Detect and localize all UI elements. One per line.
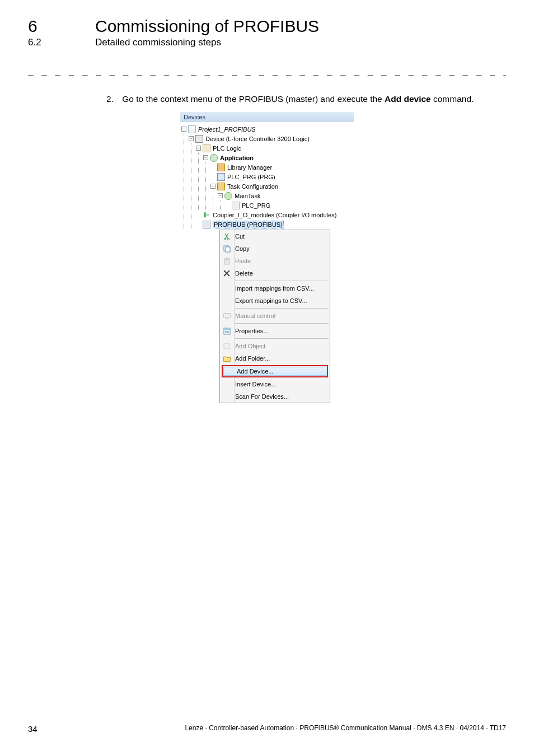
task-config-icon [217,183,225,190]
page-number: 34 [28,724,38,734]
properties-icon [222,326,232,335]
blank-icon [222,392,232,401]
svg-rect-7 [226,318,228,319]
blank-icon [222,296,232,305]
menu-item-export-csv[interactable]: Export mappings to CSV... [220,295,330,307]
menu-label: Delete [235,270,326,277]
menu-item-copy[interactable]: Copy [220,242,330,255]
tree-node-project[interactable]: − Project1_PROFIBUS [181,124,353,134]
divider-dashes: _ _ _ _ _ _ _ _ _ _ _ _ _ _ _ _ _ _ _ _ … [28,65,506,76]
menu-separator [235,323,329,324]
devices-panel-screenshot: Devices − Project1_PROFIBUS − Device (L-… [180,112,354,403]
program-icon [217,173,225,181]
tree-node-task-config[interactable]: − Task Configuration [210,181,353,191]
cut-icon [222,232,232,241]
maintask-icon [224,192,232,200]
program-call-icon [232,202,240,209]
menu-label: Export mappings to CSV... [235,297,326,304]
menu-label: Paste [235,258,326,264]
menu-label: Add Object [235,343,326,349]
tree-node-coupler[interactable]: ⊩ Coupler_I_O_modules (Coupler I/O modul… [196,210,353,220]
blank-icon [222,284,232,293]
profibus-icon [203,221,210,228]
devices-panel-title: Devices [180,112,354,122]
step-text-bold: Add device [385,94,431,104]
menu-label: Import mappings from CSV... [235,285,326,292]
step-instruction: 2. Go to the context menu of the PROFIBU… [106,92,506,105]
device-tree: − Project1_PROFIBUS − Device (L-force Co… [180,122,354,230]
menu-separator [235,281,329,281]
menu-item-delete[interactable]: Delete [220,267,330,279]
tree-node-device[interactable]: − Device (L-force Controller 3200 Logic) [189,134,353,143]
menu-separator [235,308,329,309]
chapter-number: 6 [28,17,95,36]
menu-item-scan-devices[interactable]: Scan For Devices... [220,390,330,403]
menu-item-properties[interactable]: Properties... [220,325,330,337]
page-header: 6 Commissioning of PROFIBUS 6.2 Detailed… [28,17,506,48]
tree-label: Coupler_I_O_modules (Coupler I/O modules… [213,212,336,218]
menu-item-add-device[interactable]: Add Device... [222,365,328,377]
tree-node-maintask[interactable]: − MainTask [218,191,353,200]
tree-node-application[interactable]: − Application [203,153,353,162]
manual-control-icon [222,311,232,320]
menu-label: Cut [235,233,326,240]
copy-icon [222,244,232,253]
menu-separator [235,338,329,339]
expand-icon[interactable]: − [181,127,186,132]
menu-label: Scan For Devices... [235,393,326,400]
delete-icon [222,269,232,278]
menu-label: Copy [235,245,326,252]
expand-icon[interactable]: − [218,193,223,198]
add-object-icon [222,342,232,351]
menu-item-cut[interactable]: Cut [220,230,330,242]
step-number: 2. [106,92,120,105]
tree-label: Library Manager [227,164,272,171]
project-icon [188,125,196,133]
tree-node-profibus[interactable]: PROFIBUS (PROFIBUS) [196,220,353,229]
blank-icon [223,367,233,376]
menu-label: Add Folder... [235,355,326,362]
expand-icon[interactable]: − [196,146,201,151]
svg-rect-9 [224,328,230,330]
page-footer: 34 Lenze · Controller-based Automation ·… [28,724,506,734]
tree-label: PLC Logic [213,145,241,152]
menu-label: Manual control [235,312,326,319]
menu-item-import-csv[interactable]: Import mappings from CSV... [220,282,330,295]
menu-item-add-folder[interactable]: Add Folder... [220,352,330,365]
menu-item-manual-control[interactable]: Manual control [220,310,330,322]
blank-icon [222,380,232,389]
menu-label: Properties... [235,328,326,334]
menu-label: Insert Device... [235,381,326,388]
add-folder-icon [222,354,232,363]
menu-item-paste[interactable]: Paste [220,255,330,267]
menu-label: Add Device... [237,368,325,375]
application-icon [210,154,218,162]
expand-icon[interactable]: − [189,136,194,141]
menu-item-insert-device[interactable]: Insert Device... [220,378,330,390]
paste-icon [222,256,232,265]
tree-label: PLC_PRG (PRG) [227,174,275,180]
step-text-post: command. [431,94,474,104]
device-icon [195,135,203,143]
footer-attribution: Lenze · Controller-based Automation · PR… [185,724,506,734]
menu-item-add-object[interactable]: Add Object [220,340,330,352]
library-icon [217,164,225,171]
step-text-pre: Go to the context menu of the PROFIBUS (… [122,94,385,104]
expand-icon[interactable]: − [210,184,216,189]
svg-rect-3 [226,247,230,252]
svg-rect-6 [223,313,230,318]
tree-node-library-manager[interactable]: Library Manager [210,162,353,172]
chapter-title: Commissioning of PROFIBUS [95,17,319,36]
section-number: 6.2 [28,37,95,48]
context-menu: Cut Copy Paste Delete [219,230,330,403]
tree-label-selected: PROFIBUS (PROFIBUS) [213,221,284,228]
tree-node-plc-prg[interactable]: PLC_PRG (PRG) [210,172,353,181]
svg-rect-5 [226,258,228,259]
section-title: Detailed commissioning steps [95,37,221,48]
tree-node-plc-prg-call[interactable]: PLC_PRG [225,200,353,210]
tree-label: Device (L-force Controller 3200 Logic) [205,136,310,142]
expand-icon[interactable]: − [203,155,208,160]
tree-node-plclogic[interactable]: − PLC Logic [196,143,353,153]
tree-label: Task Configuration [227,183,278,190]
tree-label: MainTask [235,193,260,199]
